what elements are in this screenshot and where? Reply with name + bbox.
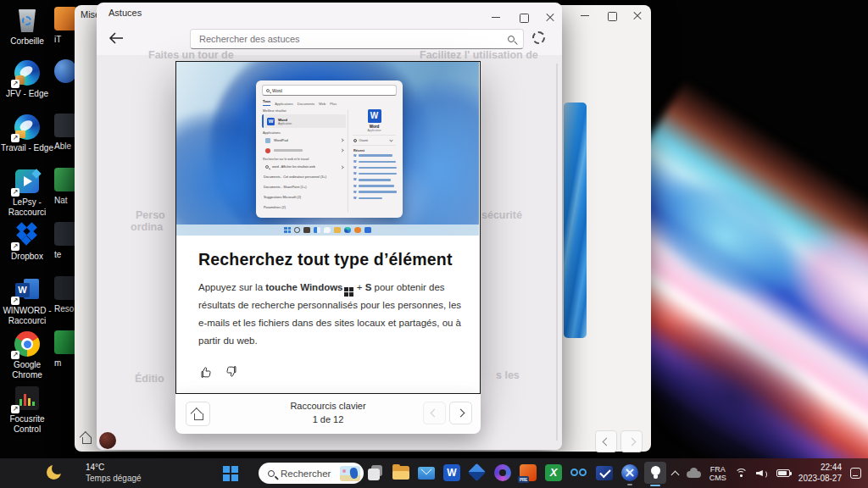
tab-apps: Applications [275, 102, 293, 106]
app-icon [54, 330, 77, 354]
infinity-app-button[interactable] [570, 463, 588, 482]
blue-diamond-app-button[interactable] [468, 463, 487, 482]
desktop-icon-winword[interactable]: WINWORD -Raccourci [0, 276, 54, 326]
chevron-right-icon [340, 165, 343, 169]
desktop-icon-label: Reso [54, 304, 74, 313]
recycle-bin-icon [14, 7, 41, 34]
tips-search-input[interactable]: Rechercher des astuces [190, 29, 524, 49]
blue-image-thumbnail [564, 103, 587, 338]
minimize-icon[interactable] [579, 9, 591, 21]
window-title: Astuces [108, 8, 142, 18]
keyboard-code: CMS [709, 474, 726, 482]
desktop-icon-travail-edge[interactable]: Travail - Edge [0, 114, 54, 153]
desktop-icon-label: Travail - Edge [0, 143, 54, 153]
purple-swirl-app-button[interactable] [493, 463, 512, 482]
desktop-icon-recycle-bin[interactable]: Corbeille [0, 7, 54, 47]
prev-tip-button[interactable] [423, 402, 446, 424]
bg-heading-partial: sécurité [481, 209, 522, 221]
thumbs-up-icon[interactable] [198, 364, 214, 380]
tray-chevron-up-icon[interactable] [670, 470, 679, 479]
minimize-icon[interactable] [490, 11, 502, 23]
word-button[interactable] [442, 463, 461, 482]
mail-button[interactable] [417, 463, 436, 482]
weather-moon-icon[interactable] [47, 465, 61, 480]
wordpad-icon [265, 138, 270, 143]
lepsy-app-icon [14, 168, 41, 195]
close-icon[interactable] [632, 9, 643, 21]
collapsed-row: Suggestions Microsoft (2) [264, 195, 301, 199]
blue-sphere-app-button[interactable] [620, 463, 639, 482]
clock-widget[interactable]: 22:44 2023-08-27 [798, 463, 842, 484]
language-indicator[interactable]: FRA CMS [709, 465, 726, 482]
thumbs-down-icon[interactable] [224, 364, 239, 380]
onedrive-icon[interactable] [687, 471, 701, 478]
body-text: Appuyez sur la [198, 282, 265, 292]
desktop-icon-label: Dropbox [0, 252, 54, 262]
result-type: Application [278, 122, 292, 125]
prev-page-button[interactable] [595, 430, 617, 452]
desktop-icon-lepsy[interactable]: LePsy - Raccourci [0, 168, 54, 218]
desktop-icon-jfv-edge[interactable]: JFV - Edge [0, 59, 54, 99]
task-view-button[interactable] [366, 463, 385, 482]
preview-column: W Word Application Ouvrir Récent W [349, 106, 399, 202]
focusrite-icon [14, 385, 41, 412]
close-icon[interactable] [544, 11, 556, 23]
desktop-icon-chrome[interactable]: Google Chrome [0, 330, 54, 380]
start-button[interactable] [223, 466, 238, 481]
battery-icon[interactable] [776, 469, 790, 477]
wifi-icon[interactable] [735, 469, 748, 479]
desktop-icon-label: Nat [54, 196, 68, 205]
chevron-left-icon [431, 409, 439, 418]
shortcut-arrow-icon [11, 351, 19, 359]
weather-widget[interactable]: 14°C Temps dégagé [86, 463, 142, 484]
bg-heading: Faites un tour de [148, 49, 234, 61]
chevron-right-icon [340, 138, 343, 141]
recent-doc-row: W [349, 195, 399, 201]
weather-temp: 14°C [86, 463, 142, 474]
scrollbar[interactable] [556, 64, 558, 441]
maximize-icon[interactable] [517, 11, 529, 23]
recent-doc-row: W [349, 183, 399, 189]
notification-center-icon[interactable] [850, 468, 861, 479]
open-row: Ouvrir [349, 138, 399, 142]
tips-app-button[interactable] [646, 463, 665, 482]
mini-folder-icon [334, 227, 341, 234]
office-preview-button[interactable] [519, 463, 537, 482]
tips-window[interactable]: Astuces Rechercher des astuces Faites un… [97, 3, 562, 450]
word-app-icon [14, 276, 41, 303]
next-page-button[interactable] [620, 430, 643, 452]
section-label: Meilleur résultat [263, 108, 286, 113]
check-wave-app-button[interactable] [595, 463, 614, 482]
lightbulb-icon [651, 466, 660, 475]
home-button[interactable] [81, 432, 92, 444]
recent-doc-row: W [349, 158, 399, 164]
red-app-icon [265, 148, 270, 153]
volume-icon[interactable] [756, 469, 768, 479]
mini-search-value: Word [272, 88, 282, 93]
gear-icon [532, 31, 545, 44]
desktop-icon-focusrite[interactable]: Focusrite Control [0, 385, 54, 435]
next-tip-button[interactable] [449, 402, 472, 424]
taskbar-search[interactable]: Rechercher [259, 463, 364, 484]
section-label: Rechercher sur le web et le travail [263, 158, 309, 161]
windows-key-icon [344, 287, 353, 297]
green-x-app-button[interactable] [544, 463, 563, 482]
bg-heading-partial: Éditio [135, 373, 164, 385]
maximize-icon[interactable] [605, 9, 617, 21]
shortcut-arrow-icon [11, 405, 19, 413]
desktop-icon-label: Able [54, 141, 71, 151]
desktop-icon-label: LePsy - Raccourci [0, 197, 54, 218]
back-button[interactable] [108, 31, 124, 48]
search-label: Rechercher [281, 469, 334, 479]
running-indicator [627, 484, 632, 486]
mini-chat-icon [324, 227, 331, 234]
date: 2023-08-27 [798, 474, 842, 485]
settings-button[interactable] [532, 31, 545, 44]
mini-search-tabs: Tous Applications Documents Web Plus [263, 99, 337, 106]
desktop-icon-dropbox[interactable]: Dropbox [0, 222, 54, 262]
shortcut-arrow-icon [11, 297, 19, 305]
file-explorer-button[interactable] [392, 463, 410, 482]
desktop-icon-label: JFV - Edge [0, 89, 54, 99]
tab-documents: Documents [298, 102, 314, 106]
word-icon: W [267, 118, 275, 125]
